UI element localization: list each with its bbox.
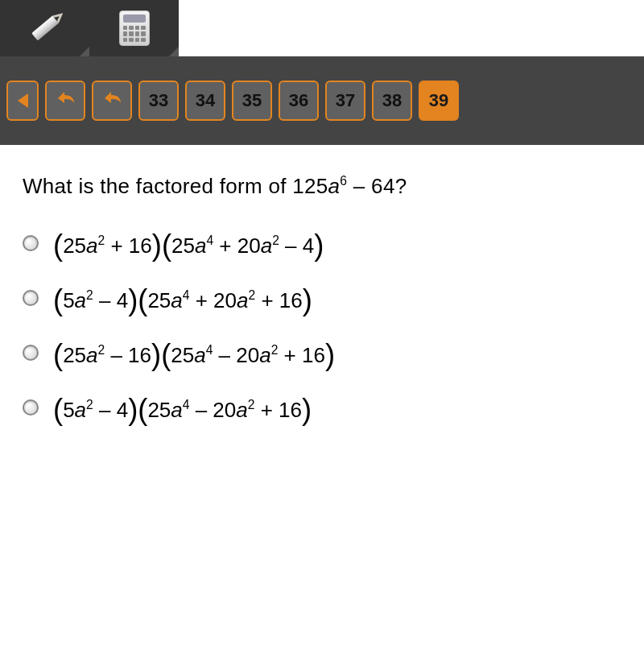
undo-arrow-icon [100, 89, 124, 113]
q-34[interactable]: 34 [185, 81, 225, 121]
options-list: (25a2 + 16)(25a4 + 20a2 – 4) (5a2 – 4)(2… [23, 226, 621, 424]
option-c-text: (25a2 – 16)(25a4 – 20a2 + 16) [53, 336, 335, 370]
option-a[interactable]: (25a2 + 16)(25a4 + 20a2 – 4) [23, 226, 621, 260]
radio-icon [23, 290, 39, 306]
undo-arrow-icon [53, 89, 77, 113]
option-b[interactable]: (5a2 – 4)(25a4 + 20a2 + 16) [23, 281, 621, 315]
q-36[interactable]: 36 [279, 81, 319, 121]
q-33[interactable]: 33 [138, 81, 179, 121]
q-37[interactable]: 37 [325, 81, 365, 121]
question-nav: 33 34 35 36 37 38 39 [0, 56, 644, 145]
nav-prev[interactable] [6, 81, 39, 121]
question-content: What is the factored form of 125a6 – 64?… [0, 145, 644, 453]
tool-bar [0, 0, 179, 56]
q-35[interactable]: 35 [232, 81, 272, 121]
nav-undo-1[interactable] [45, 81, 85, 121]
option-b-text: (5a2 – 4)(25a4 + 20a2 + 16) [53, 281, 312, 315]
option-d-text: (5a2 – 4)(25a4 – 20a2 + 16) [53, 391, 312, 424]
question-tail: ? [395, 174, 407, 198]
pencil-icon [22, 6, 67, 51]
option-d[interactable]: (5a2 – 4)(25a4 – 20a2 + 16) [23, 391, 621, 424]
question-lead: What is the factored form of [23, 174, 292, 198]
chevron-left-icon [18, 93, 28, 108]
pencil-tool[interactable] [0, 0, 89, 56]
option-a-text: (25a2 + 16)(25a4 + 20a2 – 4) [53, 226, 324, 260]
radio-icon [23, 235, 39, 251]
q-39[interactable]: 39 [419, 81, 459, 121]
question-expression: 125a6 – 64 [292, 174, 394, 198]
option-c[interactable]: (25a2 – 16)(25a4 – 20a2 + 16) [23, 336, 621, 370]
nav-undo-2[interactable] [92, 81, 132, 121]
q-38[interactable]: 38 [372, 81, 412, 121]
radio-icon [23, 399, 39, 416]
radio-icon [23, 345, 39, 361]
question-text: What is the factored form of 125a6 – 64? [23, 174, 621, 199]
calculator-icon [119, 10, 150, 46]
calculator-tool[interactable] [89, 0, 179, 56]
